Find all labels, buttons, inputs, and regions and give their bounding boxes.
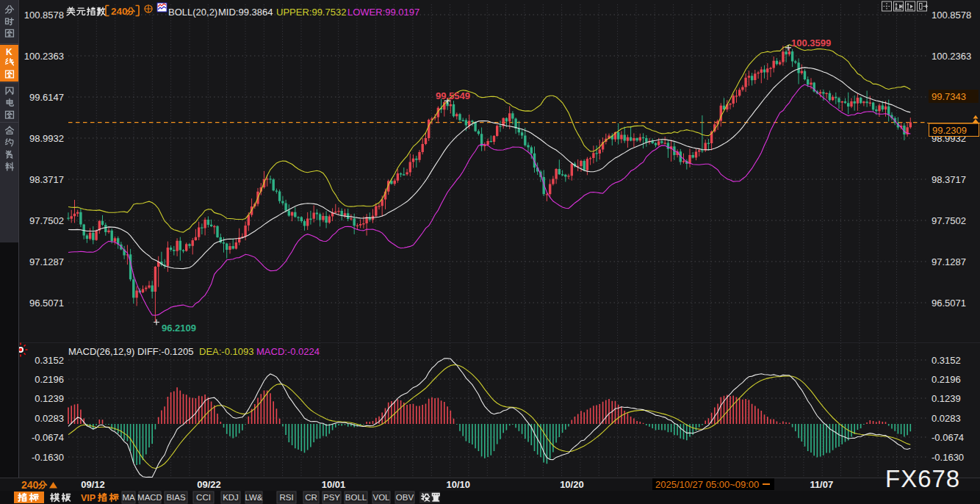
- svg-text:97.7502: 97.7502: [29, 215, 64, 226]
- svg-text:99.5549: 99.5549: [436, 90, 470, 101]
- svg-text:-0.0674: -0.0674: [932, 432, 964, 443]
- svg-text:-0.0674: -0.0674: [32, 432, 64, 443]
- svg-text:0.2196: 0.2196: [932, 374, 961, 385]
- svg-text:LOWER:99.0197: LOWER:99.0197: [347, 7, 419, 18]
- svg-text:98.3717: 98.3717: [932, 174, 966, 185]
- svg-text:PSY: PSY: [323, 493, 340, 502]
- svg-text:09/12: 09/12: [81, 479, 105, 490]
- svg-text:96.5071: 96.5071: [29, 298, 64, 309]
- svg-text:11/07: 11/07: [810, 479, 833, 490]
- svg-text:MACD:-0.0224: MACD:-0.0224: [256, 346, 320, 357]
- svg-text:VOL: VOL: [372, 493, 390, 502]
- svg-text:KDJ: KDJ: [223, 493, 239, 502]
- svg-text:97.1287: 97.1287: [29, 256, 64, 267]
- svg-text:LW&: LW&: [245, 493, 262, 502]
- svg-text:97.7502: 97.7502: [932, 215, 966, 226]
- svg-text:100.3599: 100.3599: [791, 37, 831, 48]
- svg-text:MID:99.3864: MID:99.3864: [218, 7, 273, 18]
- svg-text:CCI: CCI: [196, 493, 211, 502]
- svg-text:240: 240: [21, 479, 39, 491]
- svg-text:10/01: 10/01: [322, 479, 346, 490]
- svg-text:0.0283: 0.0283: [35, 413, 64, 424]
- svg-text:-0.1630: -0.1630: [932, 452, 964, 463]
- svg-text:100.2363: 100.2363: [24, 51, 64, 62]
- svg-text:96.2109: 96.2109: [162, 323, 196, 334]
- svg-text:98.3717: 98.3717: [29, 174, 64, 185]
- svg-text:99.6147: 99.6147: [29, 92, 64, 103]
- svg-text:BIAS: BIAS: [166, 493, 186, 502]
- svg-text:MA: MA: [122, 493, 135, 502]
- svg-text:10/20: 10/20: [560, 479, 584, 490]
- svg-text:0.1239: 0.1239: [35, 393, 64, 404]
- svg-text:0.3152: 0.3152: [35, 355, 64, 366]
- svg-text:MACD(26,12,9) DIFF:-0.1205: MACD(26,12,9) DIFF:-0.1205: [68, 346, 194, 357]
- svg-text:FX678: FX678: [885, 465, 960, 492]
- svg-text:100.8578: 100.8578: [932, 10, 971, 21]
- svg-text:RSI: RSI: [279, 493, 293, 502]
- svg-text:VIP: VIP: [81, 493, 96, 503]
- svg-text:0.2196: 0.2196: [35, 374, 64, 385]
- svg-text:100.8578: 100.8578: [24, 10, 64, 21]
- svg-text:DEA:-0.1093: DEA:-0.1093: [199, 346, 253, 357]
- svg-text:100.2363: 100.2363: [932, 51, 971, 62]
- svg-text:K: K: [6, 47, 12, 57]
- svg-text:96.5071: 96.5071: [932, 298, 966, 309]
- svg-text:09/22: 09/22: [197, 479, 221, 490]
- svg-text:MACD: MACD: [137, 493, 162, 502]
- svg-text:BOLL(20,2): BOLL(20,2): [168, 7, 217, 18]
- svg-text:-0.1630: -0.1630: [32, 452, 64, 463]
- svg-text:2025/10/27 05:00~09:00: 2025/10/27 05:00~09:00: [655, 479, 759, 490]
- svg-text:UPPER:99.7532: UPPER:99.7532: [276, 7, 346, 18]
- svg-text:97.1287: 97.1287: [932, 256, 966, 267]
- svg-text:OBV: OBV: [396, 493, 414, 502]
- svg-text:0.0283: 0.0283: [932, 413, 961, 424]
- svg-text:99.2309: 99.2309: [932, 125, 967, 136]
- svg-text:CR: CR: [305, 493, 317, 502]
- svg-text:99.7343: 99.7343: [932, 91, 966, 102]
- svg-text:0.3152: 0.3152: [932, 355, 961, 366]
- svg-text:10/10: 10/10: [446, 479, 470, 490]
- svg-text:240: 240: [111, 6, 128, 17]
- svg-text:BOLL: BOLL: [345, 493, 367, 502]
- svg-text:0.1239: 0.1239: [932, 393, 961, 404]
- svg-text:98.9932: 98.9932: [29, 133, 64, 144]
